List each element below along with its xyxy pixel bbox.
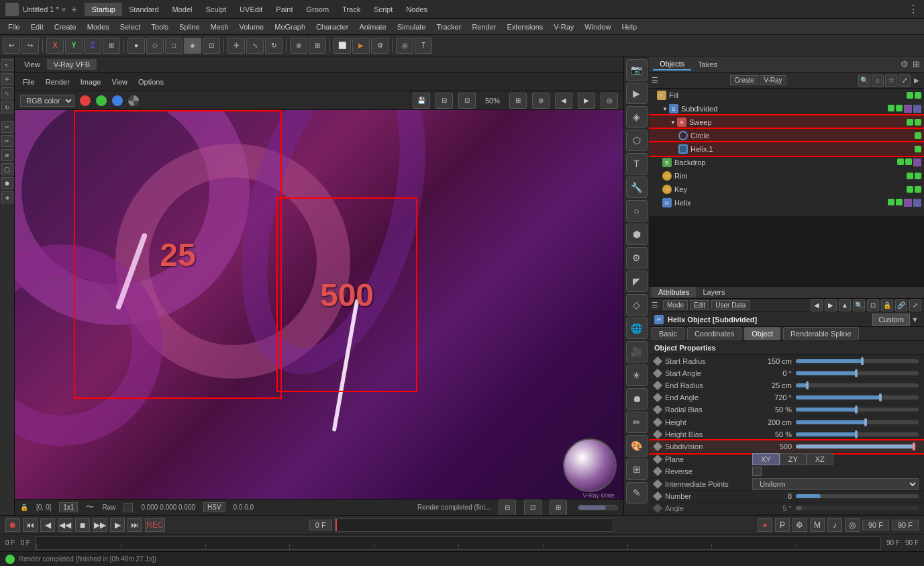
sound-btn[interactable]: ♪ [827,518,842,532]
tab-uvedit[interactable]: UVEdit [233,3,269,16]
render-icon[interactable]: ▶ [626,83,648,104]
objects-collapse[interactable]: ⊞ [913,59,920,69]
custom-preset-btn[interactable]: Custom [872,314,910,326]
record-btn2[interactable]: ● [758,518,772,532]
sub-tab-coords[interactable]: Coordinates [687,327,741,340]
objects-icon[interactable]: ◈ [626,106,648,128]
tab-script[interactable]: Script [367,3,399,16]
menu-tracker[interactable]: Tracker [431,21,467,32]
render-dot[interactable] [915,92,921,99]
tree-item-key[interactable]: ☀ Key [649,183,924,196]
plane-xy-btn[interactable]: XY [752,453,780,465]
sun-icon[interactable]: ☀ [626,365,648,386]
start-angle-slider[interactable] [796,371,919,375]
region-btn[interactable]: ⊡ [458,93,476,109]
plane-zy-btn[interactable]: ZY [780,453,807,465]
move-tool[interactable]: ✛ [227,38,245,54]
tree-item-helix[interactable]: H Helix [649,196,924,209]
end-angle-value[interactable]: 720 ° [752,393,796,402]
point-mode-btn[interactable]: ● [127,38,145,54]
vis-check[interactable] [888,105,894,111]
rotate-tool-side[interactable]: ↻ [1,101,13,113]
start-angle-handle[interactable] [855,369,858,377]
autokey-btn[interactable]: REC [145,518,165,532]
subdivision-handle[interactable] [913,442,915,451]
checkerboard-icon[interactable]: ⊞ [626,459,648,480]
subdivision-value[interactable]: 500 [752,442,796,451]
menu-mograph[interactable]: MoGraph [269,21,311,32]
menu-extensions[interactable]: Extensions [501,21,548,32]
attr-back-btn[interactable]: ◀ [811,299,823,312]
radial-bias-handle[interactable] [855,406,858,414]
render-check[interactable] [896,105,903,111]
render-btn[interactable]: ▶ [352,38,370,54]
y-axis-btn[interactable]: Y [65,38,83,54]
end-angle-handle[interactable] [879,393,882,402]
uv-mode-btn[interactable]: ⊡ [203,38,220,54]
tab-track[interactable]: Track [336,3,367,16]
grid-view-2[interactable]: ⊞ [550,500,567,516]
vfb-image-menu[interactable]: Image [76,77,105,87]
next-frame-btn[interactable]: ▶ [110,518,125,532]
play-rev-btn[interactable]: ◀◀ [58,518,72,532]
grid-btn[interactable]: ⊞ [309,38,326,54]
poly-mode-btn[interactable]: □ [165,38,183,54]
radial-bias-value[interactable]: 50 % [752,406,796,414]
menu-help[interactable]: Help [616,21,642,32]
fit-btn[interactable]: ⊞ [509,93,527,109]
start-radius-slider[interactable] [796,359,919,363]
x-axis-btn[interactable]: X [46,38,64,54]
plane-xz-btn[interactable]: XZ [807,453,833,465]
sub-tab-basic[interactable]: Basic [652,327,684,340]
key-vis[interactable] [907,186,913,193]
bookmark-icon[interactable]: ☆ [885,75,897,87]
color-blue-dot[interactable] [112,95,123,106]
attr-fwd-btn[interactable]: ▶ [825,299,837,312]
backdrop-vis[interactable] [897,158,904,165]
layout-toggle[interactable]: ⊟ [499,500,516,516]
attr-hamburger[interactable]: ☰ [652,301,658,310]
height-value[interactable]: 200 cm [752,418,796,426]
start-angle-value[interactable]: 0 ° [752,369,796,377]
channel-btn[interactable]: ⊛ [532,93,550,109]
end-radius-value[interactable]: 25 cm [752,381,796,389]
attr-edit-btn[interactable]: Edit [690,300,709,310]
start-radius-value[interactable]: 150 cm [752,357,796,365]
lens-btn[interactable]: ◎ [601,93,618,109]
menu-simulate[interactable]: Simulate [392,21,431,32]
tab-sculpt[interactable]: Sculpt [199,3,234,16]
palette-icon[interactable]: 🎨 [626,435,648,457]
attr-userdata-btn[interactable]: User Data [711,300,750,310]
scale-tool[interactable]: ⤡ [246,38,264,54]
paint-tool[interactable]: ✏ [1,135,13,147]
menu-window[interactable]: Window [579,21,616,32]
tab-startup[interactable]: Startup [85,3,121,16]
brush-icon[interactable]: ✏ [626,412,648,433]
scale-selector[interactable]: 1x1 [59,502,78,512]
sweep-vis[interactable] [907,119,913,126]
expand-icon[interactable]: ⤢ [899,75,911,87]
sub-tab-renderable[interactable]: Renderable Spline [783,327,859,340]
world-icon[interactable]: 🌐 [626,318,648,339]
start-radius-handle[interactable] [861,357,864,365]
angle-slider[interactable] [796,506,919,510]
compare-btn[interactable]: ⊟ [435,93,453,109]
attr-link-btn[interactable]: 🔗 [895,299,907,312]
brightness-slider[interactable] [578,506,606,510]
z-axis-btn[interactable]: Z [84,38,101,54]
height-bias-slider[interactable] [796,432,919,436]
tree-item-subdivided[interactable]: ▼ S Subdivided [649,102,924,115]
tab-takes[interactable]: Takes [691,59,724,70]
vray-objs-btn[interactable]: V-Ray [760,75,786,85]
menu-create[interactable]: Create [49,21,82,32]
helix-vis[interactable] [888,199,894,205]
tree-item-sweep[interactable]: ▼ S Sweep [649,115,924,129]
bevel-tool[interactable]: ◈ [1,191,13,203]
key-render[interactable] [915,186,921,193]
menu-edit[interactable]: Edit [25,21,49,32]
reverse-checkbox[interactable] [752,467,762,476]
menu-tools[interactable]: Tools [146,21,174,32]
vfb-options-menu[interactable]: Options [134,77,168,87]
move-tool-side[interactable]: ✛ [1,73,13,85]
attr-tab-attributes[interactable]: Attributes [652,287,696,297]
